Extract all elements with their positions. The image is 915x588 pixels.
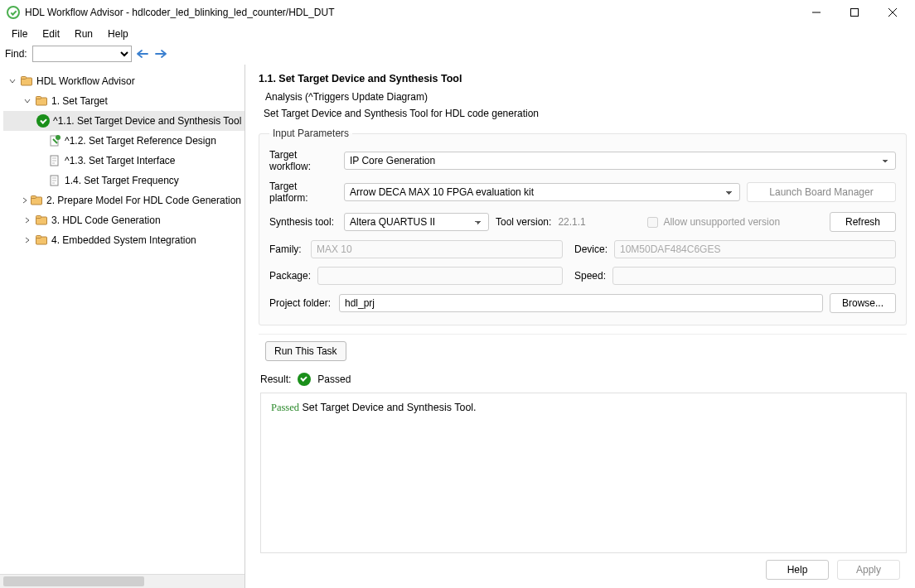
family-select: MAX 10: [311, 240, 563, 258]
run-this-task-button[interactable]: Run This Task: [265, 341, 346, 361]
tree-label: ^1.3. Set Target Interface: [65, 152, 176, 169]
page-title: 1.1. Set Target Device and Synthesis Too…: [254, 65, 915, 89]
title-bar: HDL Workflow Advisor - hdlcoder_led_blin…: [0, 0, 915, 25]
project-folder-input[interactable]: [339, 294, 823, 312]
device-select: 10M50DAF484C6GES: [614, 240, 896, 258]
svg-rect-4: [36, 97, 41, 99]
svg-rect-14: [36, 236, 41, 239]
svg-rect-10: [31, 196, 36, 199]
package-select: [317, 267, 563, 285]
menu-run[interactable]: Run: [68, 27, 99, 41]
result-label: Result:: [260, 374, 291, 385]
tree-label: 2. Prepare Model For HDL Code Generation: [46, 192, 241, 209]
minimize-button[interactable]: [797, 0, 835, 25]
tree-node-1-2[interactable]: ^1.2. Set Target Reference Design: [3, 131, 244, 151]
tree-label: 1.4. Set Target Frequency: [65, 172, 179, 189]
target-workflow-select[interactable]: IP Core Generation: [344, 152, 896, 170]
tree-label: 3. HDL Code Generation: [51, 212, 161, 229]
menu-file[interactable]: File: [5, 27, 34, 41]
chevron-down-icon[interactable]: [22, 98, 33, 104]
tree-label: ^1.2. Set Target Reference Design: [65, 133, 216, 149]
help-button[interactable]: Help: [766, 560, 829, 580]
close-button[interactable]: [874, 0, 912, 25]
chevron-right-icon[interactable]: [22, 237, 33, 243]
chevron-right-icon[interactable]: [22, 197, 28, 204]
allow-unsupported-checkbox[interactable]: Allow unsupported version: [647, 216, 780, 228]
target-workflow-label: Target workflow:: [269, 149, 337, 172]
analysis-subtitle: Analysis (^Triggers Update Diagram): [254, 89, 915, 108]
target-platform-select[interactable]: Arrow DECA MAX 10 FPGA evaluation kit: [344, 183, 740, 201]
chevron-down-icon[interactable]: [7, 78, 18, 84]
tree-node-1-1[interactable]: ^1.1. Set Target Device and Synthesis To…: [3, 111, 244, 131]
svg-rect-0: [851, 9, 859, 17]
tree-label: HDL Workflow Advisor: [36, 73, 135, 89]
folder-icon: [20, 75, 33, 88]
package-label: Package:: [269, 270, 311, 282]
input-parameters-group: Input Parameters Target workflow: IP Cor…: [259, 128, 907, 325]
svg-rect-2: [22, 77, 27, 80]
folder-icon: [30, 194, 43, 207]
tree-node-1-3[interactable]: ^1.3. Set Target Interface: [3, 151, 244, 171]
find-input[interactable]: [32, 46, 132, 62]
task-pane: 1.1. Set Target Device and Synthesis Too…: [245, 65, 915, 588]
project-folder-label: Project folder:: [269, 297, 332, 309]
find-prev-button[interactable]: [135, 46, 150, 61]
svg-rect-12: [36, 216, 41, 219]
log-passed-word: Passed: [271, 402, 299, 413]
family-label: Family:: [269, 243, 304, 255]
synthesis-tool-label: Synthesis tool:: [269, 216, 337, 228]
tree-node-1[interactable]: 1. Set Target: [3, 91, 244, 111]
result-log: Passed Set Target Device and Synthesis T…: [260, 393, 907, 553]
tree-node-4[interactable]: 4. Embedded System Integration: [3, 230, 244, 250]
tree-node-2[interactable]: 2. Prepare Model For HDL Code Generation: [3, 190, 244, 210]
folder-icon: [35, 94, 48, 108]
chevron-right-icon[interactable]: [22, 217, 33, 224]
log-message: Set Target Device and Synthesis Tool.: [299, 402, 477, 413]
tool-version-value: 22.1.1: [558, 216, 641, 228]
launch-board-manager-button[interactable]: Launch Board Manager: [747, 182, 896, 202]
browse-button[interactable]: Browse...: [830, 293, 896, 313]
page-icon: [48, 154, 61, 167]
synthesis-tool-select[interactable]: Altera QUARTUS II: [344, 213, 489, 231]
menu-bar: File Edit Run Help: [0, 25, 915, 43]
tool-version-label: Tool version:: [496, 216, 551, 228]
device-label: Device:: [574, 243, 608, 255]
input-parameters-legend: Input Parameters: [269, 128, 352, 139]
result-status: Passed: [317, 374, 351, 385]
find-bar: Find:: [0, 43, 915, 65]
target-platform-label: Target platform:: [269, 181, 337, 204]
menu-help[interactable]: Help: [101, 27, 135, 41]
tree-label: 1. Set Target: [51, 93, 108, 109]
folder-icon: [35, 234, 48, 247]
pass-icon: [298, 373, 311, 386]
tree-label: 4. Embedded System Integration: [51, 232, 196, 248]
maximize-button[interactable]: [835, 0, 874, 25]
tree-node-3[interactable]: 3. HDL Code Generation: [3, 210, 244, 230]
refresh-button[interactable]: Refresh: [830, 212, 896, 232]
pass-icon: [36, 114, 50, 128]
tree-label: ^1.1. Set Target Device and Synthesis To…: [53, 113, 241, 129]
horizontal-scrollbar[interactable]: [0, 574, 244, 588]
find-label: Find:: [5, 48, 27, 60]
find-next-button[interactable]: [153, 46, 168, 61]
tree-root[interactable]: HDL Workflow Advisor: [3, 71, 244, 91]
tree-node-1-4[interactable]: 1.4. Set Target Frequency: [3, 171, 244, 190]
page-description: Set Target Device and Synthesis Tool for…: [254, 108, 915, 128]
window-title: HDL Workflow Advisor - hdlcoder_led_blin…: [25, 7, 797, 18]
speed-label: Speed:: [574, 270, 606, 282]
svg-point-6: [56, 135, 61, 140]
navigator-pane: HDL Workflow Advisor 1. Set Target ^1.1.…: [0, 65, 245, 588]
page-icon: [48, 174, 61, 187]
task-tree[interactable]: HDL Workflow Advisor 1. Set Target ^1.1.…: [0, 65, 244, 574]
folder-icon: [35, 214, 48, 227]
speed-select: [612, 267, 896, 285]
apply-button[interactable]: Apply: [837, 560, 900, 580]
modified-page-icon: [48, 134, 61, 147]
app-icon: [7, 6, 20, 19]
menu-edit[interactable]: Edit: [36, 27, 66, 41]
